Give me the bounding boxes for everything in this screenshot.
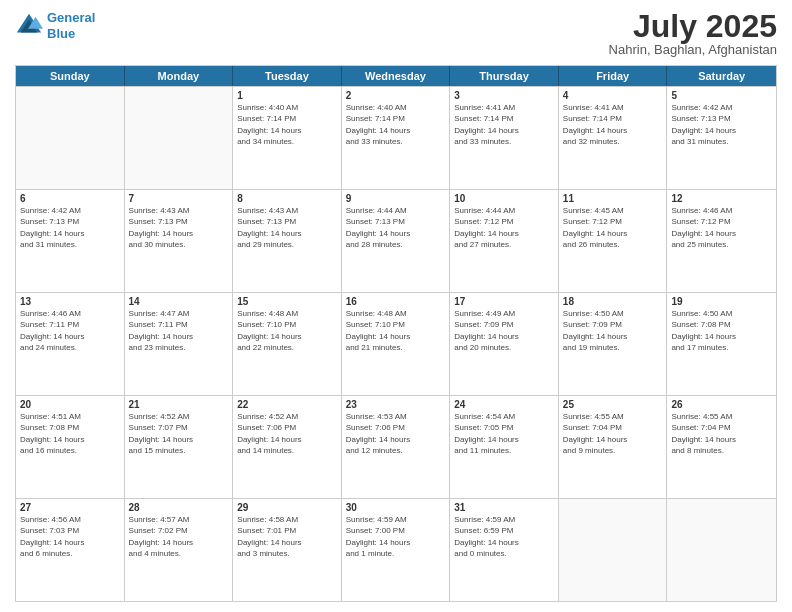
cell-info-line: Daylight: 14 hours bbox=[671, 332, 772, 342]
calendar-row-3: 20Sunrise: 4:51 AMSunset: 7:08 PMDayligh… bbox=[16, 395, 776, 498]
cell-info-line: Sunrise: 4:40 AM bbox=[237, 103, 337, 113]
cell-info-line: Daylight: 14 hours bbox=[346, 332, 446, 342]
cell-info-line: Daylight: 14 hours bbox=[237, 332, 337, 342]
cell-info-line: Sunset: 7:14 PM bbox=[346, 114, 446, 124]
cell-info-line: Sunset: 7:09 PM bbox=[454, 320, 554, 330]
day-number: 8 bbox=[237, 193, 337, 204]
day-number: 6 bbox=[20, 193, 120, 204]
cell-info-line: Daylight: 14 hours bbox=[346, 126, 446, 136]
cell-info-line: and 11 minutes. bbox=[454, 446, 554, 456]
calendar-cell: 19Sunrise: 4:50 AMSunset: 7:08 PMDayligh… bbox=[667, 293, 776, 395]
cell-info-line: Sunrise: 4:57 AM bbox=[129, 515, 229, 525]
cell-info-line: Sunrise: 4:48 AM bbox=[237, 309, 337, 319]
day-number: 7 bbox=[129, 193, 229, 204]
logo-text: General Blue bbox=[47, 10, 95, 41]
cell-info-line: Daylight: 14 hours bbox=[563, 126, 663, 136]
calendar-cell bbox=[667, 499, 776, 601]
day-number: 28 bbox=[129, 502, 229, 513]
cell-info-line: Sunrise: 4:47 AM bbox=[129, 309, 229, 319]
calendar-cell: 1Sunrise: 4:40 AMSunset: 7:14 PMDaylight… bbox=[233, 87, 342, 189]
cell-info-line: Daylight: 14 hours bbox=[454, 435, 554, 445]
day-number: 19 bbox=[671, 296, 772, 307]
day-number: 1 bbox=[237, 90, 337, 101]
calendar-cell bbox=[559, 499, 668, 601]
calendar-cell: 8Sunrise: 4:43 AMSunset: 7:13 PMDaylight… bbox=[233, 190, 342, 292]
cell-info-line: Sunrise: 4:58 AM bbox=[237, 515, 337, 525]
weekday-header-monday: Monday bbox=[125, 66, 234, 86]
cell-info-line: Daylight: 14 hours bbox=[237, 126, 337, 136]
cell-info-line: Daylight: 14 hours bbox=[671, 435, 772, 445]
cell-info-line: and 31 minutes. bbox=[20, 240, 120, 250]
cell-info-line: Sunset: 7:08 PM bbox=[20, 423, 120, 433]
calendar-cell: 17Sunrise: 4:49 AMSunset: 7:09 PMDayligh… bbox=[450, 293, 559, 395]
day-number: 29 bbox=[237, 502, 337, 513]
day-number: 23 bbox=[346, 399, 446, 410]
cell-info-line: Sunrise: 4:42 AM bbox=[671, 103, 772, 113]
cell-info-line: Sunrise: 4:45 AM bbox=[563, 206, 663, 216]
logo-icon bbox=[15, 12, 43, 40]
cell-info-line: Daylight: 14 hours bbox=[454, 538, 554, 548]
cell-info-line: Sunrise: 4:42 AM bbox=[20, 206, 120, 216]
day-number: 12 bbox=[671, 193, 772, 204]
header: General Blue July 2025 Nahrin, Baghlan, … bbox=[15, 10, 777, 57]
weekday-header-sunday: Sunday bbox=[16, 66, 125, 86]
day-number: 30 bbox=[346, 502, 446, 513]
cell-info-line: Daylight: 14 hours bbox=[671, 229, 772, 239]
cell-info-line: and 23 minutes. bbox=[129, 343, 229, 353]
cell-info-line: and 34 minutes. bbox=[237, 137, 337, 147]
cell-info-line: Sunrise: 4:48 AM bbox=[346, 309, 446, 319]
day-number: 20 bbox=[20, 399, 120, 410]
cell-info-line: Sunset: 7:07 PM bbox=[129, 423, 229, 433]
calendar-row-4: 27Sunrise: 4:56 AMSunset: 7:03 PMDayligh… bbox=[16, 498, 776, 601]
day-number: 14 bbox=[129, 296, 229, 307]
logo: General Blue bbox=[15, 10, 95, 41]
cell-info-line: and 33 minutes. bbox=[454, 137, 554, 147]
calendar-cell: 12Sunrise: 4:46 AMSunset: 7:12 PMDayligh… bbox=[667, 190, 776, 292]
cell-info-line: Daylight: 14 hours bbox=[237, 538, 337, 548]
cell-info-line: Sunrise: 4:52 AM bbox=[237, 412, 337, 422]
calendar-cell: 24Sunrise: 4:54 AMSunset: 7:05 PMDayligh… bbox=[450, 396, 559, 498]
calendar-cell: 10Sunrise: 4:44 AMSunset: 7:12 PMDayligh… bbox=[450, 190, 559, 292]
cell-info-line: Sunrise: 4:46 AM bbox=[671, 206, 772, 216]
cell-info-line: Sunrise: 4:52 AM bbox=[129, 412, 229, 422]
cell-info-line: Sunset: 7:13 PM bbox=[237, 217, 337, 227]
cell-info-line: Daylight: 14 hours bbox=[454, 229, 554, 239]
cell-info-line: Daylight: 14 hours bbox=[20, 332, 120, 342]
cell-info-line: and 25 minutes. bbox=[671, 240, 772, 250]
calendar-cell: 25Sunrise: 4:55 AMSunset: 7:04 PMDayligh… bbox=[559, 396, 668, 498]
day-number: 25 bbox=[563, 399, 663, 410]
cell-info-line: Sunset: 7:10 PM bbox=[346, 320, 446, 330]
cell-info-line: and 22 minutes. bbox=[237, 343, 337, 353]
logo-line2: Blue bbox=[47, 26, 75, 41]
day-number: 2 bbox=[346, 90, 446, 101]
calendar-header: SundayMondayTuesdayWednesdayThursdayFrid… bbox=[16, 66, 776, 86]
cell-info-line: Sunrise: 4:51 AM bbox=[20, 412, 120, 422]
cell-info-line: Sunset: 7:13 PM bbox=[129, 217, 229, 227]
cell-info-line: Sunrise: 4:44 AM bbox=[346, 206, 446, 216]
cell-info-line: Sunset: 7:06 PM bbox=[346, 423, 446, 433]
cell-info-line: Daylight: 14 hours bbox=[237, 229, 337, 239]
weekday-header-thursday: Thursday bbox=[450, 66, 559, 86]
cell-info-line: and 24 minutes. bbox=[20, 343, 120, 353]
calendar-cell: 20Sunrise: 4:51 AMSunset: 7:08 PMDayligh… bbox=[16, 396, 125, 498]
cell-info-line: Daylight: 14 hours bbox=[346, 229, 446, 239]
cell-info-line: Daylight: 14 hours bbox=[563, 435, 663, 445]
cell-info-line: Sunset: 7:13 PM bbox=[20, 217, 120, 227]
cell-info-line: Sunset: 6:59 PM bbox=[454, 526, 554, 536]
cell-info-line: Sunset: 7:13 PM bbox=[346, 217, 446, 227]
cell-info-line: Sunset: 7:00 PM bbox=[346, 526, 446, 536]
calendar-cell: 6Sunrise: 4:42 AMSunset: 7:13 PMDaylight… bbox=[16, 190, 125, 292]
cell-info-line: and 32 minutes. bbox=[563, 137, 663, 147]
calendar-cell: 2Sunrise: 4:40 AMSunset: 7:14 PMDaylight… bbox=[342, 87, 451, 189]
cell-info-line: Sunset: 7:12 PM bbox=[671, 217, 772, 227]
day-number: 10 bbox=[454, 193, 554, 204]
cell-info-line: Daylight: 14 hours bbox=[129, 538, 229, 548]
cell-info-line: and 19 minutes. bbox=[563, 343, 663, 353]
cell-info-line: Sunrise: 4:43 AM bbox=[129, 206, 229, 216]
cell-info-line: Sunrise: 4:53 AM bbox=[346, 412, 446, 422]
day-number: 3 bbox=[454, 90, 554, 101]
cell-info-line: and 15 minutes. bbox=[129, 446, 229, 456]
calendar-cell: 27Sunrise: 4:56 AMSunset: 7:03 PMDayligh… bbox=[16, 499, 125, 601]
calendar-cell: 29Sunrise: 4:58 AMSunset: 7:01 PMDayligh… bbox=[233, 499, 342, 601]
cell-info-line: Sunset: 7:05 PM bbox=[454, 423, 554, 433]
